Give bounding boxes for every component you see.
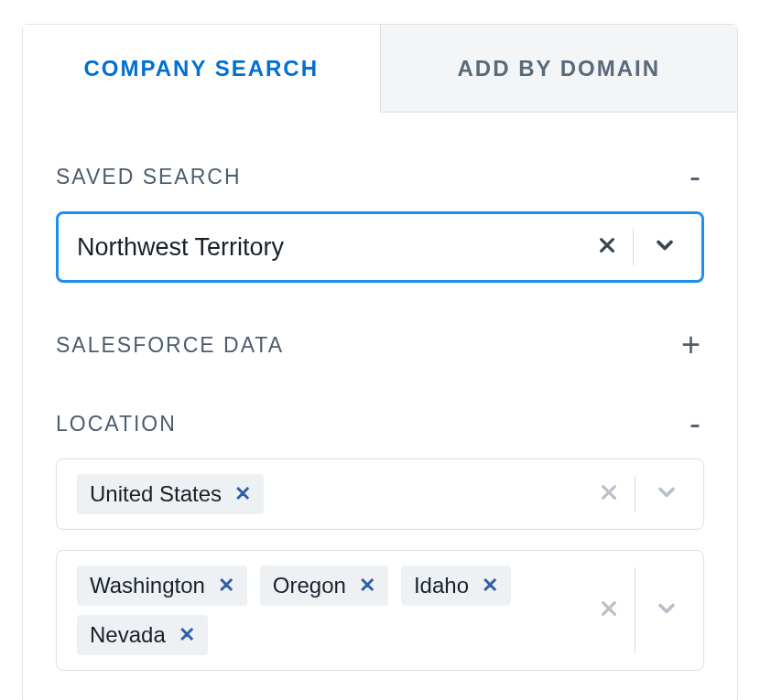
- section-location-toggle[interactable]: -: [686, 407, 704, 440]
- chip-label: Oregon: [273, 573, 346, 598]
- tab-company-search[interactable]: COMPANY SEARCH: [23, 25, 380, 113]
- close-icon: [597, 235, 617, 259]
- saved-search-controls: [587, 221, 701, 273]
- chip-label: Washington: [90, 573, 205, 598]
- chip: United States✕: [77, 474, 264, 514]
- tab-bar: COMPANY SEARCH ADD BY DOMAIN: [23, 25, 737, 113]
- saved-search-clear-button[interactable]: [587, 235, 627, 259]
- chip-label: Idaho: [414, 573, 469, 598]
- location-state-combobox[interactable]: Washington✕Oregon✕Idaho✕Nevada✕: [56, 550, 704, 671]
- close-icon: [599, 482, 619, 506]
- saved-search-value: Northwest Territory: [77, 221, 587, 273]
- section-location-title: LOCATION: [56, 412, 177, 436]
- chip-label: United States: [90, 481, 222, 507]
- section-salesforce-data-title: SALESFORCE DATA: [56, 333, 284, 358]
- chevron-down-icon: [654, 596, 679, 625]
- filter-panel: COMPANY SEARCH ADD BY DOMAIN SAVED SEARC…: [22, 24, 738, 700]
- location-state-clear-button[interactable]: [589, 598, 629, 622]
- location-fields: United States✕: [56, 458, 704, 671]
- chip: Oregon✕: [260, 565, 388, 606]
- location-state-dropdown-button[interactable]: [646, 596, 687, 625]
- location-country-clear-button[interactable]: [589, 482, 629, 506]
- tab-company-search-label: COMPANY SEARCH: [84, 56, 319, 81]
- location-country-chips: United States✕: [77, 468, 589, 520]
- control-divider: [635, 476, 635, 512]
- chip-remove-button[interactable]: ✕: [179, 625, 195, 645]
- chip: Washington✕: [77, 565, 247, 606]
- section-salesforce-data: SALESFORCE DATA +: [56, 328, 704, 361]
- section-saved-search-toggle[interactable]: -: [686, 160, 704, 193]
- location-country-controls: [589, 468, 703, 520]
- chevron-down-icon: [652, 232, 678, 262]
- section-saved-search: SAVED SEARCH - Northwest Territory: [56, 160, 704, 283]
- section-location: LOCATION - United States✕: [56, 407, 704, 671]
- location-country-combobox[interactable]: United States✕: [56, 458, 704, 530]
- section-location-header[interactable]: LOCATION -: [56, 407, 704, 440]
- location-state-chips: Washington✕Oregon✕Idaho✕Nevada✕: [77, 560, 589, 661]
- chip-label: Nevada: [90, 622, 166, 648]
- chip-remove-button[interactable]: ✕: [482, 576, 498, 596]
- tab-add-by-domain[interactable]: ADD BY DOMAIN: [380, 25, 738, 113]
- chip-remove-button[interactable]: ✕: [359, 576, 375, 596]
- saved-search-dropdown-button[interactable]: [645, 232, 685, 262]
- control-divider: [635, 567, 635, 653]
- location-state-controls: [589, 560, 703, 661]
- panel-body: SAVED SEARCH - Northwest Territory: [23, 113, 737, 700]
- section-salesforce-data-header[interactable]: SALESFORCE DATA +: [56, 328, 704, 361]
- section-salesforce-data-toggle[interactable]: +: [678, 328, 704, 361]
- tab-add-by-domain-label: ADD BY DOMAIN: [457, 56, 660, 81]
- chip-remove-button[interactable]: ✕: [234, 484, 251, 504]
- chip: Idaho✕: [401, 565, 511, 606]
- chevron-down-icon: [654, 479, 679, 509]
- saved-search-combobox[interactable]: Northwest Territory: [56, 211, 704, 283]
- section-saved-search-header[interactable]: SAVED SEARCH -: [56, 160, 704, 193]
- close-icon: [599, 598, 619, 622]
- location-country-dropdown-button[interactable]: [646, 479, 687, 509]
- chip-remove-button[interactable]: ✕: [218, 576, 234, 596]
- chip: Nevada✕: [77, 615, 208, 655]
- control-divider: [633, 229, 634, 265]
- section-saved-search-title: SAVED SEARCH: [56, 165, 242, 189]
